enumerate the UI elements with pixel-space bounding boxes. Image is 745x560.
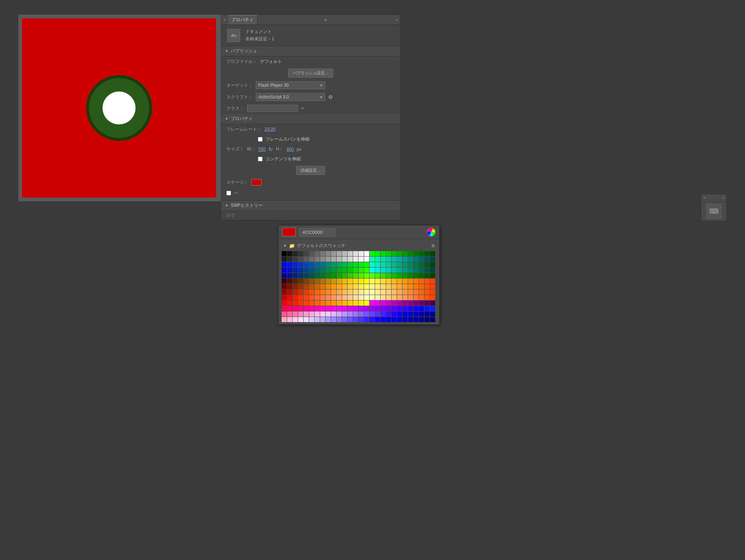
- color-cell[interactable]: [430, 295, 435, 300]
- color-cell[interactable]: [425, 273, 430, 278]
- color-cell[interactable]: [315, 268, 320, 273]
- color-cell[interactable]: [315, 295, 320, 300]
- color-cell[interactable]: [408, 317, 413, 322]
- color-cell[interactable]: [419, 317, 424, 322]
- color-cell[interactable]: [359, 262, 364, 267]
- color-cell[interactable]: [326, 311, 331, 317]
- color-cell[interactable]: [287, 279, 292, 284]
- color-cell[interactable]: [425, 251, 430, 256]
- color-cell[interactable]: [414, 273, 419, 278]
- color-cell[interactable]: [298, 251, 303, 256]
- swf-log-button[interactable]: ログ: [221, 211, 400, 220]
- color-cell[interactable]: [364, 300, 369, 306]
- color-cell[interactable]: [419, 311, 424, 317]
- color-cell[interactable]: [293, 257, 298, 262]
- color-cell[interactable]: [430, 317, 435, 322]
- color-cell[interactable]: [370, 251, 375, 256]
- color-cell[interactable]: [320, 306, 325, 311]
- color-cell[interactable]: [397, 284, 402, 289]
- color-cell[interactable]: [331, 311, 336, 317]
- color-cell[interactable]: [309, 284, 314, 289]
- color-cell[interactable]: [304, 268, 309, 273]
- color-cell[interactable]: [375, 262, 380, 267]
- color-cell[interactable]: [320, 300, 325, 306]
- color-cell[interactable]: [326, 262, 331, 267]
- color-cell[interactable]: [337, 257, 342, 262]
- color-cell[interactable]: [386, 306, 391, 311]
- color-cell[interactable]: [293, 279, 298, 284]
- color-cell[interactable]: [397, 279, 402, 284]
- color-cell[interactable]: [364, 273, 369, 278]
- color-cell[interactable]: [331, 290, 336, 295]
- color-cell[interactable]: [375, 279, 380, 284]
- color-cell[interactable]: [342, 251, 347, 256]
- color-cell[interactable]: [348, 268, 353, 273]
- advanced-button[interactable]: 詳細設定...: [296, 166, 325, 175]
- color-cell[interactable]: [353, 284, 358, 289]
- color-cell[interactable]: [375, 317, 380, 322]
- color-cell[interactable]: [320, 257, 325, 262]
- color-cell[interactable]: [326, 317, 331, 322]
- color-cell[interactable]: [408, 284, 413, 289]
- color-cell[interactable]: [293, 317, 298, 322]
- color-cell[interactable]: [309, 251, 314, 256]
- color-cell[interactable]: [408, 306, 413, 311]
- color-cell[interactable]: [414, 311, 419, 317]
- color-cell[interactable]: [304, 295, 309, 300]
- color-cell[interactable]: [348, 257, 353, 262]
- color-cell[interactable]: [392, 290, 397, 295]
- color-cell[interactable]: [315, 251, 320, 256]
- color-cell[interactable]: [430, 251, 435, 256]
- color-cell[interactable]: [403, 257, 408, 262]
- color-cell[interactable]: [430, 290, 435, 295]
- color-cell[interactable]: [282, 317, 287, 322]
- color-cell[interactable]: [392, 279, 397, 284]
- color-cell[interactable]: [408, 251, 413, 256]
- color-cell[interactable]: [304, 284, 309, 289]
- color-cell[interactable]: [381, 317, 386, 322]
- color-cell[interactable]: [282, 279, 287, 284]
- color-cell[interactable]: [320, 295, 325, 300]
- color-cell[interactable]: [397, 257, 402, 262]
- color-cell[interactable]: [309, 306, 314, 311]
- color-cell[interactable]: [370, 262, 375, 267]
- color-cell[interactable]: [293, 284, 298, 289]
- color-cell[interactable]: [364, 279, 369, 284]
- color-cell[interactable]: [364, 257, 369, 262]
- color-cell[interactable]: [348, 279, 353, 284]
- color-cell[interactable]: [293, 268, 298, 273]
- class-input[interactable]: [247, 105, 298, 112]
- color-cell[interactable]: [304, 257, 309, 262]
- color-cell[interactable]: [282, 262, 287, 267]
- color-cell[interactable]: [326, 295, 331, 300]
- color-cell[interactable]: [430, 306, 435, 311]
- color-cell[interactable]: [320, 317, 325, 322]
- color-cell[interactable]: [342, 257, 347, 262]
- color-cell[interactable]: [392, 284, 397, 289]
- color-cell[interactable]: [414, 251, 419, 256]
- color-cell[interactable]: [287, 257, 292, 262]
- color-cell[interactable]: [293, 300, 298, 306]
- color-cell[interactable]: [353, 279, 358, 284]
- color-cell[interactable]: [326, 284, 331, 289]
- color-cell[interactable]: [408, 273, 413, 278]
- color-cell[interactable]: [414, 290, 419, 295]
- color-cell[interactable]: [337, 306, 342, 311]
- color-cell[interactable]: [430, 279, 435, 284]
- paste-checkbox[interactable]: [226, 191, 231, 195]
- color-cell[interactable]: [326, 306, 331, 311]
- grid-icon[interactable]: ⊞: [431, 243, 435, 248]
- color-cell[interactable]: [419, 262, 424, 267]
- color-cell[interactable]: [287, 268, 292, 273]
- color-cell[interactable]: [397, 262, 402, 267]
- color-cell[interactable]: [425, 295, 430, 300]
- color-cell[interactable]: [348, 300, 353, 306]
- color-cell[interactable]: [364, 262, 369, 267]
- class-edit-icon[interactable]: ✏: [301, 106, 305, 111]
- color-cell[interactable]: [364, 284, 369, 289]
- color-cell[interactable]: [342, 262, 347, 267]
- color-cell[interactable]: [304, 300, 309, 306]
- color-cell[interactable]: [397, 311, 402, 317]
- color-cell[interactable]: [370, 268, 375, 273]
- color-cell[interactable]: [353, 251, 358, 256]
